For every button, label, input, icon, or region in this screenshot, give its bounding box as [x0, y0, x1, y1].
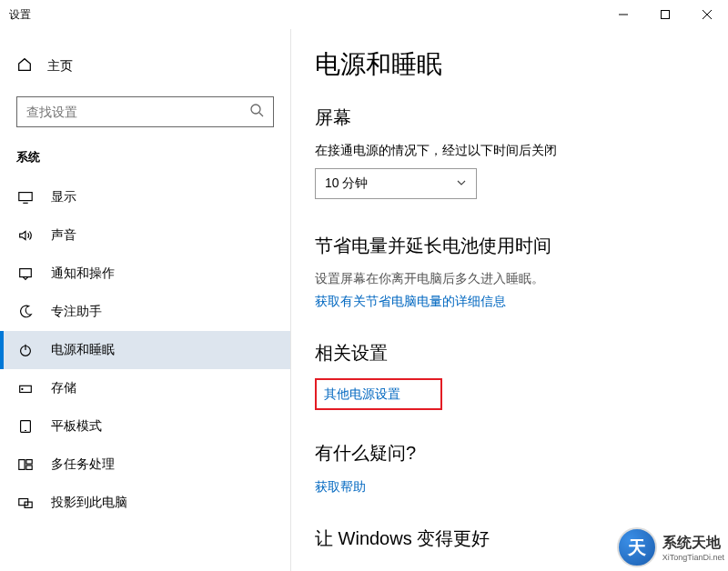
screen-desc: 在接通电源的情况下，经过以下时间后关闭	[315, 143, 704, 159]
sidebar-item-display[interactable]: 显示	[0, 178, 290, 216]
sidebar-item-project[interactable]: 投影到此电脑	[0, 484, 290, 522]
project-icon	[16, 495, 35, 511]
page-title: 电源和睡眠	[315, 47, 704, 82]
battery-heading: 节省电量并延长电池使用时间	[315, 234, 704, 258]
highlight-box: 其他电源设置	[315, 378, 442, 410]
sidebar-item-label: 专注助手	[51, 304, 102, 320]
help-heading: 有什么疑问?	[315, 441, 704, 466]
sidebar-item-label: 投影到此电脑	[51, 495, 127, 511]
tablet-icon	[16, 418, 35, 435]
sidebar-item-label: 显示	[51, 189, 76, 205]
related-heading: 相关设置	[315, 341, 704, 366]
minimize-button[interactable]	[602, 0, 644, 29]
screen-heading: 屏幕	[315, 105, 704, 130]
search-box[interactable]	[16, 96, 274, 127]
battery-desc: 设置屏幕在你离开电脑后多久进入睡眠。	[315, 271, 704, 287]
storage-icon	[16, 380, 35, 396]
sidebar-item-power[interactable]: 电源和睡眠	[0, 331, 290, 369]
search-icon	[249, 103, 264, 121]
sidebar-item-label: 通知和操作	[51, 265, 115, 282]
multitask-icon	[16, 456, 35, 473]
sidebar: 主页 系统 显示 声音 通知和操作 专注助手 电源和睡眠 存储 平板模式 多任务…	[0, 29, 291, 571]
home-label: 主页	[47, 58, 73, 75]
sidebar-item-label: 平板模式	[51, 418, 102, 435]
watermark-logo-icon: 天	[617, 527, 657, 567]
svg-rect-6	[19, 193, 32, 201]
watermark: 天 系统天地 XiTongTianDi.net	[617, 527, 724, 567]
close-button[interactable]	[686, 0, 728, 29]
svg-rect-1	[662, 11, 670, 19]
sidebar-item-sound[interactable]: 声音	[0, 216, 290, 255]
home-icon	[16, 56, 33, 76]
watermark-text: 系统天地	[662, 534, 724, 553]
display-icon	[16, 189, 35, 205]
svg-point-4	[251, 105, 260, 114]
sidebar-item-label: 声音	[51, 227, 76, 244]
svg-point-12	[22, 388, 23, 389]
home-nav[interactable]: 主页	[0, 47, 290, 85]
power-icon	[16, 342, 35, 358]
dropdown-value: 10 分钟	[325, 175, 368, 192]
maximize-button[interactable]	[644, 0, 686, 29]
window-title: 设置	[9, 7, 31, 23]
chevron-down-icon	[456, 175, 467, 192]
svg-rect-8	[20, 269, 32, 277]
other-power-settings-link[interactable]: 其他电源设置	[324, 386, 400, 401]
svg-line-5	[259, 113, 263, 116]
main-content: 电源和睡眠 屏幕 在接通电源的情况下，经过以下时间后关闭 10 分钟 节省电量并…	[291, 29, 728, 571]
get-help-link[interactable]: 获取帮助	[315, 479, 366, 494]
sidebar-item-label: 电源和睡眠	[51, 342, 115, 358]
notification-icon	[16, 265, 35, 282]
sidebar-item-label: 多任务处理	[51, 456, 115, 473]
category-label: 系统	[0, 142, 290, 178]
sidebar-item-tablet[interactable]: 平板模式	[0, 407, 290, 446]
window-controls	[602, 0, 728, 29]
moon-icon	[16, 304, 35, 320]
screen-timeout-dropdown[interactable]: 10 分钟	[315, 168, 477, 199]
watermark-url: XiTongTianDi.net	[662, 553, 724, 562]
svg-rect-17	[26, 466, 32, 470]
search-input[interactable]	[26, 105, 249, 119]
battery-info-link[interactable]: 获取有关节省电脑电量的详细信息	[315, 294, 506, 308]
sidebar-item-multitask[interactable]: 多任务处理	[0, 446, 290, 484]
sidebar-item-notifications[interactable]: 通知和操作	[0, 255, 290, 293]
svg-rect-15	[19, 460, 25, 470]
sidebar-item-storage[interactable]: 存储	[0, 369, 290, 407]
sidebar-item-label: 存储	[51, 380, 76, 396]
svg-rect-16	[26, 460, 32, 465]
sound-icon	[16, 227, 35, 244]
sidebar-item-focus[interactable]: 专注助手	[0, 293, 290, 331]
